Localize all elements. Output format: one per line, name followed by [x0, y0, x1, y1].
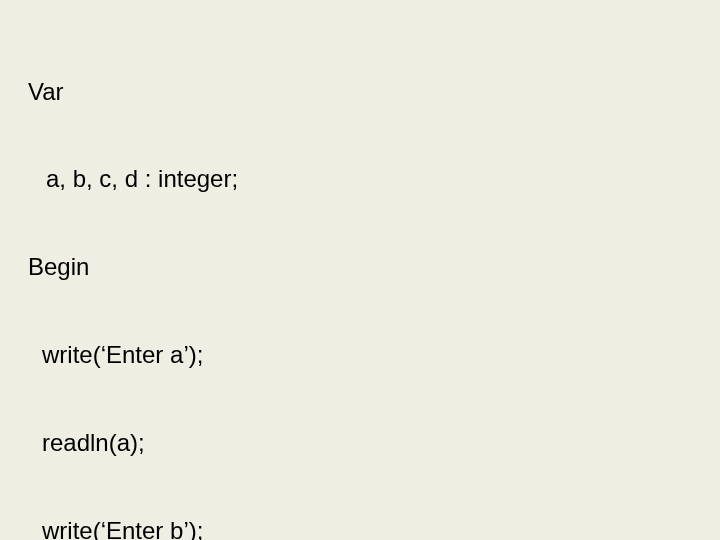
code-line: write(‘Enter a’);: [28, 340, 692, 369]
code-line: a, b, c, d : integer;: [28, 164, 692, 193]
code-line: Var: [28, 77, 692, 106]
code-block: Var a, b, c, d : integer; Begin write(‘E…: [28, 18, 692, 540]
code-line: readln(a);: [28, 428, 692, 457]
code-line: Begin: [28, 252, 692, 281]
code-line: write(‘Enter b’);: [28, 516, 692, 540]
